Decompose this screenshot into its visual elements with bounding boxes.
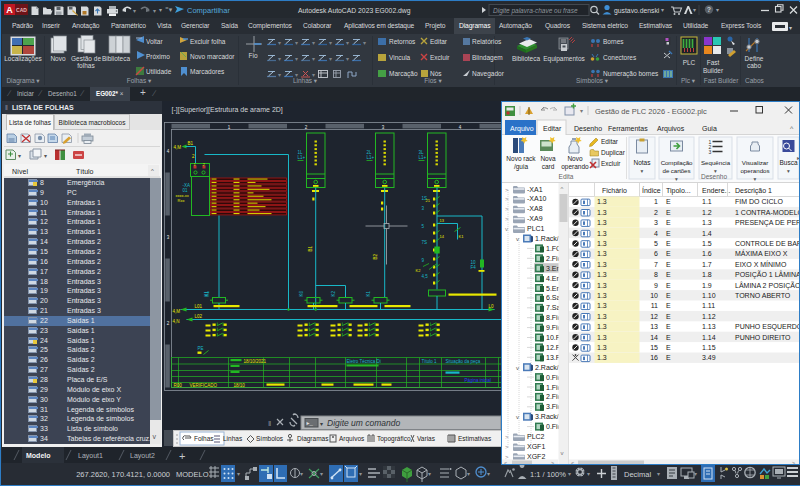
svg-text:1.11: 1.11 (702, 302, 715, 309)
svg-text:10: 10 (650, 292, 658, 299)
svg-text:3.Rack/: 3.Rack/ (535, 413, 559, 420)
svg-text:-XA8: -XA8 (527, 205, 543, 212)
svg-text:1.8: 1.8 (702, 271, 712, 278)
svg-text:Cabos: Cabos (745, 77, 765, 84)
svg-text:▾: ▾ (346, 40, 349, 46)
svg-text:5: 5 (654, 240, 658, 247)
svg-text:▾: ▾ (657, 471, 660, 477)
svg-text:^: ^ (561, 186, 564, 192)
svg-text:6.Sa: 6.Sa (546, 294, 561, 301)
svg-text:>: > (551, 460, 554, 465)
svg-text:Índice: Índice (642, 186, 661, 194)
svg-text:-XA10: -XA10 (527, 195, 547, 202)
svg-text:CAD: CAD (16, 7, 27, 13)
svg-text:Editar: Editar (601, 138, 619, 145)
svg-text:1.13: 1.13 (702, 323, 716, 330)
svg-text:14: 14 (650, 334, 658, 341)
svg-text:E: E (666, 250, 671, 257)
svg-text:12: 12 (650, 313, 658, 320)
svg-text:13: 13 (650, 323, 658, 330)
svg-text:1.3: 1.3 (597, 334, 607, 341)
svg-text:▸: ▸ (797, 155, 799, 161)
svg-text:<: < (504, 460, 507, 465)
svg-text:Fios ▾: Fios ▾ (424, 77, 442, 84)
svg-text:1.Rack/: 1.Rack/ (535, 235, 559, 242)
svg-text:card: card (542, 163, 555, 170)
svg-text:1.7: 1.7 (702, 261, 712, 268)
svg-text:Descrição 1: Descrição 1 (735, 187, 772, 195)
svg-text:E: E (666, 282, 671, 289)
svg-text:▾: ▾ (359, 471, 362, 477)
svg-text:1.3: 1.3 (597, 292, 607, 299)
svg-text:1.12: 1.12 (702, 313, 716, 320)
svg-text:1.3: 1.3 (597, 302, 607, 309)
svg-text:▾: ▾ (568, 471, 571, 477)
svg-text:▾: ▾ (312, 56, 315, 62)
svg-text:Novo: Novo (567, 155, 583, 162)
svg-text:Vincula: Vincula (389, 54, 411, 61)
svg-text:de cartões: de cartões (663, 167, 691, 174)
svg-text:Digite um comando: Digite um comando (327, 418, 401, 428)
svg-text:▾: ▾ (320, 471, 323, 477)
svg-text:Fast: Fast (707, 59, 720, 66)
svg-text:-XA1: -XA1 (527, 186, 543, 193)
svg-text:‖: ‖ (268, 419, 271, 428)
svg-text:Folhas ▾: Folhas ▾ (127, 77, 152, 84)
svg-text:Autodesk AutoCAD 2023: Autodesk AutoCAD 2023 (298, 7, 373, 14)
svg-text:/guia: /guia (514, 163, 528, 171)
svg-text:7: 7 (654, 261, 658, 268)
svg-text:Excluir: Excluir (601, 160, 621, 167)
svg-text:>: > (505, 216, 509, 222)
svg-text:▾: ▾ (159, 7, 162, 13)
svg-text:▾: ▾ (295, 40, 298, 46)
svg-text:Conectores: Conectores (603, 54, 637, 61)
svg-text:PLC: PLC (683, 59, 696, 66)
svg-text:+: + (179, 450, 185, 462)
svg-text:▾: ▾ (467, 471, 470, 477)
svg-text:Compilação: Compilação (661, 159, 693, 166)
svg-text:Compartilhar: Compartilhar (187, 6, 230, 15)
svg-text:3.49: 3.49 (702, 354, 716, 361)
svg-text:1.14: 1.14 (702, 334, 716, 341)
svg-text:3.En: 3.En (546, 265, 561, 272)
svg-text:1:1 / 100%: 1:1 / 100% (530, 470, 566, 479)
svg-text:Guia: Guia (702, 125, 717, 132)
svg-text:▾: ▾ (363, 40, 366, 46)
svg-text:Layout1: Layout1 (78, 452, 103, 460)
svg-text:Busca: Busca (779, 159, 797, 166)
svg-text:Blindagem: Blindagem (472, 54, 503, 62)
svg-text:TORNO ABERTO: TORNO ABERTO (735, 292, 791, 299)
svg-text:▾: ▾ (694, 471, 697, 477)
svg-text:-XA9: -XA9 (527, 215, 543, 222)
svg-text:Topográfico: Topográfico (377, 435, 411, 443)
svg-text:▾: ▾ (428, 471, 431, 477)
svg-text:Novo marcador: Novo marcador (190, 53, 235, 60)
svg-text:13.F: 13.F (546, 354, 560, 361)
svg-text:1 CONTRA-MODELO D: 1 CONTRA-MODELO D (735, 209, 799, 216)
svg-text:Endere...: Endere... (702, 187, 730, 194)
svg-text:Símbolos: Símbolos (256, 435, 284, 442)
svg-text:Desenho: Desenho (701, 173, 727, 180)
svg-text:Linhas ▾: Linhas ▾ (293, 77, 318, 84)
svg-text:1.3: 1.3 (597, 344, 607, 351)
svg-text:LÂMINA 2 POSIÇÃO: LÂMINA 2 POSIÇÃO (735, 281, 799, 290)
svg-text:Folhas: Folhas (194, 435, 214, 442)
svg-text:Bornes: Bornes (603, 38, 624, 45)
svg-text:>: > (505, 196, 509, 202)
svg-text:▾: ▾ (661, 7, 664, 13)
svg-text:Excluir: Excluir (430, 54, 450, 61)
svg-text:Marcadores: Marcadores (190, 68, 225, 75)
svg-text:Modelo: Modelo (26, 452, 51, 459)
svg-text:<: < (571, 460, 574, 465)
svg-text:E: E (666, 261, 671, 268)
svg-text:▾: ▾ (587, 471, 590, 477)
svg-text:Relatórios: Relatórios (472, 38, 502, 45)
svg-text:Diagrama ▾: Diagrama ▾ (6, 77, 40, 85)
svg-text:▾: ▾ (346, 56, 349, 62)
svg-text:Símbolos ▾: Símbolos ▾ (576, 77, 609, 84)
svg-text:Novo: Novo (50, 55, 66, 62)
svg-text:15: 15 (650, 344, 658, 351)
svg-text:E: E (666, 292, 671, 299)
svg-text:1.3: 1.3 (597, 271, 607, 278)
svg-text:Utilidade: Utilidade (146, 68, 172, 75)
